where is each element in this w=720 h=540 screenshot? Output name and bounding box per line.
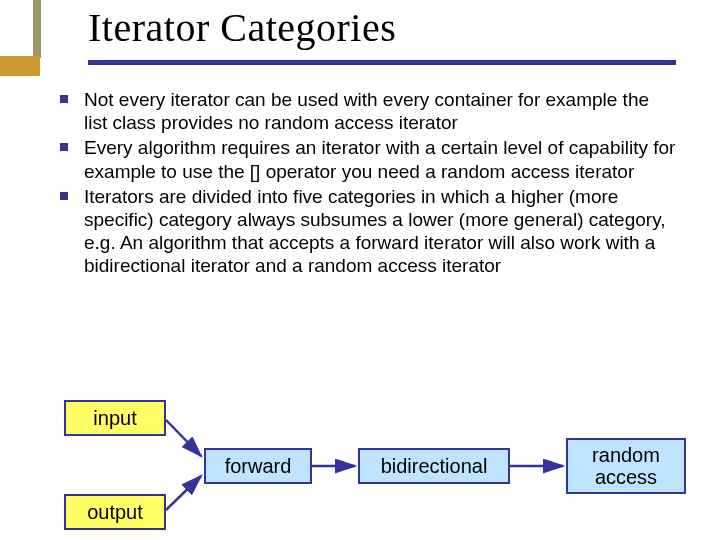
title-underline (88, 60, 676, 65)
accent-bar-horizontal (0, 56, 40, 76)
bullet-item: Iterators are divided into five categori… (56, 185, 676, 278)
arrow-output-forward (166, 476, 201, 510)
arrow-input-forward (166, 420, 201, 456)
accent-bar-vertical (33, 0, 41, 58)
title-area: Iterator Categories (88, 4, 396, 51)
box-random-access: random access (566, 438, 686, 494)
box-bidirectional: bidirectional (358, 448, 510, 484)
box-output: output (64, 494, 166, 530)
box-forward: forward (204, 448, 312, 484)
slide: Iterator Categories Not every iterator c… (0, 0, 720, 540)
slide-title: Iterator Categories (88, 4, 396, 51)
bullet-item: Every algorithm requires an iterator wit… (56, 136, 676, 182)
box-input: input (64, 400, 166, 436)
body-text: Not every iterator can be used with ever… (56, 88, 676, 279)
bullet-list: Not every iterator can be used with ever… (56, 88, 676, 277)
bullet-item: Not every iterator can be used with ever… (56, 88, 676, 134)
